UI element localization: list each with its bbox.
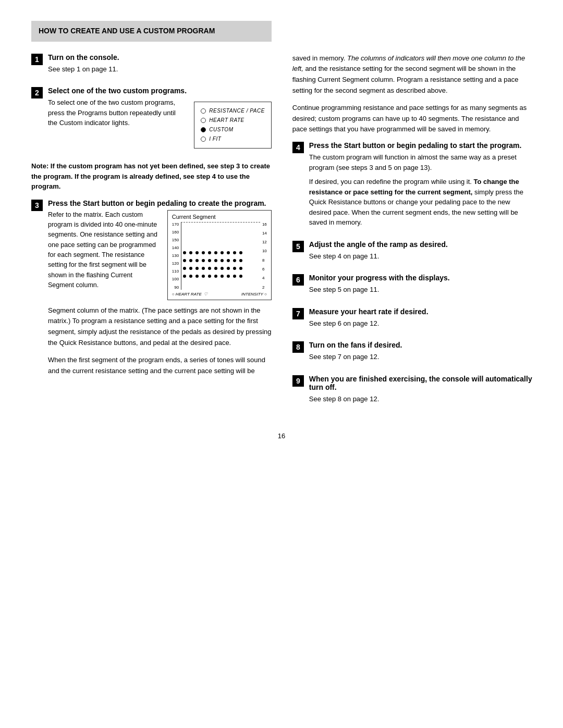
step-3-content: Press the Start button or begin pedaling… bbox=[48, 199, 272, 383]
step-8-title: Turn on the fans if desired. bbox=[309, 341, 533, 349]
indicator-ifit: i FIT bbox=[201, 134, 264, 144]
step-6: 6 Monitor your progress with the display… bbox=[292, 274, 533, 299]
heartrate-label: HEART RATE bbox=[209, 116, 244, 125]
step-7-number: 7 bbox=[292, 308, 304, 319]
step-9-body: See step 8 on page 12. bbox=[309, 394, 533, 404]
resistance-label: RESISTANCE / PACE bbox=[209, 106, 264, 116]
step-3-title: Press the Start button or begin pedaling… bbox=[48, 199, 272, 207]
continuation-2: Continue programming resistance and pace… bbox=[292, 103, 533, 135]
note-text: Note: If the custom program has not yet … bbox=[31, 161, 272, 192]
step-5-title: Adjust the angle of the ramp as desired. bbox=[309, 240, 533, 249]
indicator-heartrate: HEART RATE bbox=[201, 116, 264, 125]
step-1: 1 Turn on the console. See step 1 on pag… bbox=[31, 53, 272, 79]
step-8: 8 Turn on the fans if desired. See step … bbox=[292, 341, 533, 366]
matrix-footer: ○ HEART RATE ♡ INTENSITY ○ bbox=[172, 292, 267, 297]
step-4: 4 Press the Start button or begin pedali… bbox=[292, 141, 533, 232]
step-4-title: Press the Start button or begin pedaling… bbox=[309, 141, 533, 150]
step-3-segment-body2: When the first segment of the program en… bbox=[48, 355, 272, 377]
step-4-body2: If desired, you can redefine the program… bbox=[309, 177, 533, 228]
step-8-number: 8 bbox=[292, 341, 304, 353]
step-7-content: Measure your heart rate if desired. See … bbox=[309, 307, 533, 333]
step-9-title: When you are finished exercising, the co… bbox=[309, 375, 533, 391]
step-3: 3 Press the Start button or begin pedali… bbox=[31, 199, 272, 383]
step-2-title: Select one of the two custom programs. bbox=[48, 87, 272, 95]
step-1-number: 1 bbox=[31, 54, 43, 65]
step-7-title: Measure your heart rate if desired. bbox=[309, 307, 533, 316]
step-5-body: See step 4 on page 11. bbox=[309, 251, 533, 262]
step-5: 5 Adjust the angle of the ramp as desire… bbox=[292, 240, 533, 266]
right-column: saved in memory. The columns of indicato… bbox=[292, 53, 533, 417]
step-1-title: Turn on the console. bbox=[48, 53, 272, 61]
step-6-body: See step 5 on page 11. bbox=[309, 285, 533, 295]
step-6-number: 6 bbox=[292, 274, 304, 286]
heartrate-circle bbox=[201, 118, 206, 123]
continuation-1: saved in memory. The columns of indicato… bbox=[292, 53, 533, 96]
matrix-diagram: Current Segment 170 160 150 140 130 120 bbox=[167, 210, 272, 300]
page-wrapper: HOW TO CREATE AND USE A CUSTOM PROGRAM 1… bbox=[31, 21, 532, 440]
step-9-content: When you are finished exercising, the co… bbox=[309, 375, 533, 409]
step-4-number: 4 bbox=[292, 142, 304, 153]
step-7-body: See step 6 on page 12. bbox=[309, 318, 533, 329]
step-2-content: Select one of the two custom programs. T… bbox=[48, 87, 272, 153]
step-8-content: Turn on the fans if desired. See step 7 … bbox=[309, 341, 533, 366]
step-9-number: 9 bbox=[292, 375, 304, 387]
step-2-number: 2 bbox=[31, 87, 43, 98]
matrix-grid-area bbox=[181, 222, 260, 290]
indicator-custom: CUSTOM bbox=[201, 125, 264, 134]
footer-intensity: INTENSITY ○ bbox=[241, 292, 267, 297]
step-8-body: See step 7 on page 12. bbox=[309, 352, 533, 362]
step-5-number: 5 bbox=[292, 241, 304, 252]
header-box: HOW TO CREATE AND USE A CUSTOM PROGRAM bbox=[31, 21, 272, 42]
left-column: 1 Turn on the console. See step 1 on pag… bbox=[31, 53, 272, 417]
page-number: 16 bbox=[31, 432, 532, 440]
step-7: 7 Measure your heart rate if desired. Se… bbox=[292, 307, 533, 333]
step-4-content: Press the Start button or begin pedaling… bbox=[309, 141, 533, 232]
step-3-number: 3 bbox=[31, 200, 43, 211]
step-6-content: Monitor your progress with the displays.… bbox=[309, 274, 533, 299]
step-4-body1: The custom program will function in almo… bbox=[309, 152, 533, 172]
step-2-body: To select one of the two custom programs… bbox=[48, 97, 186, 128]
step-6-title: Monitor your progress with the displays. bbox=[309, 274, 533, 282]
step-1-content: Turn on the console. See step 1 on page … bbox=[48, 53, 272, 79]
y-axis-left: 170 160 150 140 130 120 110 100 90 bbox=[172, 222, 180, 290]
step-2: 2 Select one of the two custom programs.… bbox=[31, 87, 272, 153]
page-title: HOW TO CREATE AND USE A CUSTOM PROGRAM bbox=[39, 26, 264, 36]
step-9: 9 When you are finished exercising, the … bbox=[292, 375, 533, 409]
step-3-matrix-text: Refer to the matrix. Each custom program… bbox=[48, 210, 160, 291]
two-col-layout: 1 Turn on the console. See step 1 on pag… bbox=[31, 53, 532, 417]
resistance-circle bbox=[201, 108, 206, 114]
current-segment-top bbox=[181, 222, 260, 223]
step-5-content: Adjust the angle of the ramp as desired.… bbox=[309, 240, 533, 266]
custom-circle bbox=[201, 127, 206, 132]
footer-heartrate: ○ HEART RATE ♡ bbox=[172, 292, 207, 297]
indicator-box: RESISTANCE / PACE HEART RATE CUSTOM bbox=[194, 102, 271, 149]
ifit-circle bbox=[201, 137, 206, 142]
ifit-label: i FIT bbox=[209, 134, 221, 144]
dot-grid bbox=[181, 222, 260, 290]
step-3-segment-body1: Segment column of the matrix. (The pace … bbox=[48, 305, 272, 349]
step-1-body: See step 1 on page 11. bbox=[48, 64, 272, 75]
y-axis-right: 16 14 12 10 8 6 4 2 bbox=[261, 222, 267, 290]
indicator-resistance: RESISTANCE / PACE bbox=[201, 106, 264, 116]
current-segment-line bbox=[181, 222, 181, 290]
custom-label: CUSTOM bbox=[209, 125, 233, 134]
